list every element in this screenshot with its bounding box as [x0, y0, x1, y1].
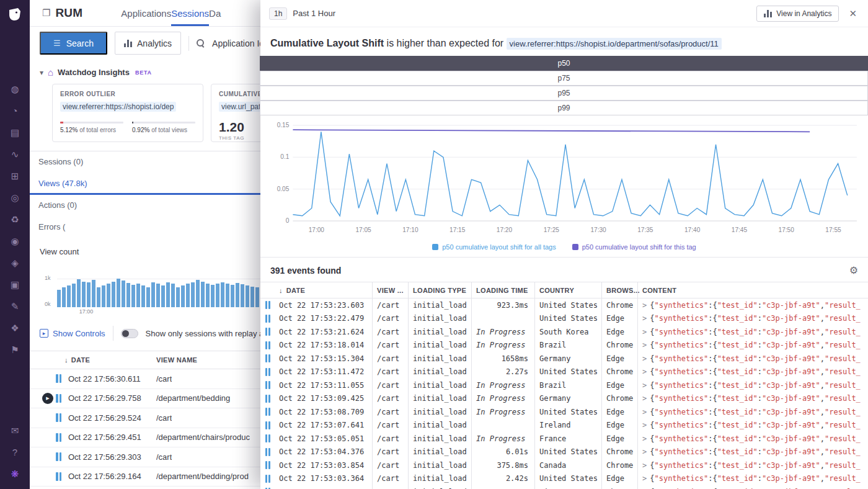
event-row[interactable]: Oct 22 17:53:23.603/cartinitial_load923.…	[260, 298, 868, 312]
event-row[interactable]: Oct 22 17:53:03.364/cartinitial_load2.42…	[260, 472, 868, 486]
percentile-button[interactable]: p75	[260, 71, 868, 86]
show-controls-button[interactable]: ▸ Show Controls	[40, 329, 105, 338]
loading-time-column-header[interactable]: LOADING TIME	[471, 282, 534, 298]
event-content: >{"synthetics":{"test_id":"c3p-jbf-a9t",…	[637, 366, 868, 379]
event-view: /cart	[372, 312, 408, 326]
percentile-button[interactable]: p99	[260, 101, 868, 115]
expand-caret-icon[interactable]: >	[642, 461, 647, 470]
event-loading-type: initial_load	[408, 405, 471, 419]
replay-play-icon[interactable]: ▶	[42, 393, 53, 404]
top-nav-tab[interactable]: Sessions	[171, 0, 209, 26]
datadog-logo[interactable]	[6, 5, 24, 24]
time-range-badge[interactable]: 1h	[269, 7, 287, 20]
expand-caret-icon[interactable]: >	[642, 314, 647, 323]
browser-column-header[interactable]: BROWS...	[601, 282, 637, 298]
event-view: /cart	[372, 298, 408, 312]
expand-caret-icon[interactable]: >	[642, 354, 647, 363]
event-row[interactable]: Oct 22 17:53:18.014/cartinitial_loadIn P…	[260, 339, 868, 352]
event-loading-time: 6.01s	[471, 446, 534, 459]
event-browser: Edge	[601, 312, 637, 326]
content-column-header[interactable]: CONTENT	[637, 282, 868, 298]
event-content: >{"synthetics":{"test_id":"c3p-jbf-a9t",…	[637, 392, 868, 406]
event-row[interactable]: Oct 22 17:53:22.479/cartinitial_loadUnit…	[260, 312, 868, 326]
analytics-button[interactable]: Analytics	[115, 32, 181, 55]
event-row[interactable]: Oct 22 17:53:08.709/cartinitial_loadIn P…	[260, 405, 868, 419]
loading-type-column-header[interactable]: LOADING TYPE	[408, 282, 471, 298]
expand-caret-icon[interactable]: >	[642, 421, 647, 429]
view-column-header[interactable]: VIEW ...	[372, 282, 408, 298]
expand-caret-icon[interactable]: >	[642, 434, 647, 443]
ci-icon[interactable]: ◈	[8, 257, 22, 269]
expand-caret-icon[interactable]: >	[642, 367, 647, 376]
metrics-icon[interactable]: ∿	[8, 148, 22, 161]
event-loading-time: 2.42s	[471, 472, 534, 486]
expand-caret-icon[interactable]: >	[642, 408, 647, 416]
top-nav-tab[interactable]: Da	[209, 0, 221, 26]
svg-text:17:55: 17:55	[825, 227, 841, 233]
event-row[interactable]: Oct 22 17:53:04.376/cartinitial_load6.01…	[260, 446, 868, 459]
event-row[interactable]: Oct 22 17:53:05.051/cartinitial_loadIn P…	[260, 432, 868, 446]
p50 cumulative layout shift for this tag[interactable]: p50 cumulative layout shift for this tag	[572, 243, 696, 251]
apm-icon[interactable]: ◎	[8, 192, 22, 204]
event-row[interactable]: Oct 22 17:53:02.964/cartinitial_load6.63…	[260, 485, 868, 489]
expand-caret-icon[interactable]: >	[642, 474, 647, 483]
view-in-analytics-button[interactable]: View in Analytics	[756, 6, 839, 22]
dashboards-icon[interactable]: ❖	[8, 322, 22, 334]
svg-text:17:45: 17:45	[732, 227, 748, 233]
view-event-icon	[265, 315, 274, 323]
event-browser: Chrome	[601, 392, 637, 406]
top-nav-tab[interactable]: Applications	[121, 0, 171, 26]
expand-caret-icon[interactable]: >	[642, 301, 647, 310]
event-row[interactable]: Oct 22 17:53:09.425/cartinitial_loadIn P…	[260, 392, 868, 406]
event-row[interactable]: Oct 22 17:53:07.641/cartinitial_loadIrel…	[260, 419, 868, 433]
event-country: United States	[534, 446, 601, 459]
event-country: Germany	[534, 392, 601, 406]
side-panel: 1h Past 1 Hour View in Analytics ✕ Cumul…	[260, 0, 868, 489]
percentile-button[interactable]: p50	[260, 56, 868, 71]
expand-caret-icon[interactable]: >	[642, 447, 647, 456]
security-icon[interactable]: ▣	[8, 279, 22, 291]
close-icon[interactable]: ✕	[849, 8, 857, 19]
chat-icon[interactable]: ✉	[8, 424, 22, 437]
alerts-icon[interactable]: ⚑	[8, 344, 22, 356]
bar-chart-icon	[124, 40, 132, 47]
expand-caret-icon[interactable]: >	[642, 381, 647, 390]
cls-timeseries-chart[interactable]: 00.050.10.1517:0017:0517:1017:1517:2017:…	[260, 115, 868, 241]
event-content: >{"synthetics":{"test_id":"c3p-jbf-a9t",…	[637, 485, 868, 489]
gear-icon[interactable]: ⚙	[849, 264, 858, 276]
card-tag-pill[interactable]: view.referrer:https://shopist.io/dep	[60, 102, 176, 112]
expand-caret-icon[interactable]: >	[642, 341, 647, 349]
country-column-header[interactable]: COUNTRY	[534, 282, 601, 298]
event-row[interactable]: Oct 22 17:53:15.304/cartinitial_load1658…	[260, 352, 868, 366]
event-row[interactable]: Oct 22 17:53:03.854/cartinitial_load375.…	[260, 459, 868, 472]
date-column-header[interactable]: ↓ DATE	[64, 356, 156, 364]
event-row[interactable]: Oct 22 17:53:11.472/cartinitial_load2.27…	[260, 366, 868, 379]
notebooks-icon[interactable]: ✎	[8, 300, 22, 313]
error-outlier-card[interactable]: ERROR OUTLIER view.referrer:https://shop…	[52, 84, 203, 142]
event-view: /cart	[372, 392, 408, 406]
event-row[interactable]: Oct 22 17:53:21.624/cartinitial_loadIn P…	[260, 325, 868, 339]
date-column-header[interactable]: ↓ DATE	[279, 287, 372, 294]
bits-mascot-icon[interactable]: ❋	[8, 468, 22, 480]
search-button[interactable]: ☰ Search	[40, 32, 107, 55]
expand-caret-icon[interactable]: >	[642, 394, 647, 403]
referrer-tag-pill[interactable]: view.referrer:https://shopist.io/departm…	[507, 38, 722, 50]
event-view: /cart	[372, 446, 408, 459]
event-content: >{"synthetics":{"test_id":"c3p-jbf-a9t",…	[637, 339, 868, 352]
percentile-selector	[260, 51, 868, 56]
percentile-button[interactable]: p95	[260, 86, 868, 101]
chevron-down-icon[interactable]: ▾	[40, 68, 43, 77]
rum-icon[interactable]: ◉	[8, 235, 22, 248]
integrations-icon[interactable]: ⊞	[8, 170, 22, 182]
search-icon[interactable]: ◍	[8, 83, 22, 96]
synthetics-icon[interactable]: ♻	[8, 213, 22, 226]
p50 cumulative layout shift for all tags[interactable]: p50 cumulative layout shift for all tags	[432, 243, 556, 251]
view-name-column-header[interactable]: VIEW NAME	[156, 356, 197, 364]
logs-icon[interactable]: ▤	[8, 127, 22, 139]
watchdog-icon[interactable]: ◔	[8, 105, 22, 117]
replay-toggle[interactable]	[121, 329, 138, 338]
stat-item: 5.12% of total errors	[60, 122, 123, 133]
expand-caret-icon[interactable]: >	[642, 328, 647, 336]
event-row[interactable]: Oct 22 17:53:11.055/cartinitial_loadIn P…	[260, 379, 868, 392]
help-icon[interactable]: ?	[8, 446, 22, 459]
